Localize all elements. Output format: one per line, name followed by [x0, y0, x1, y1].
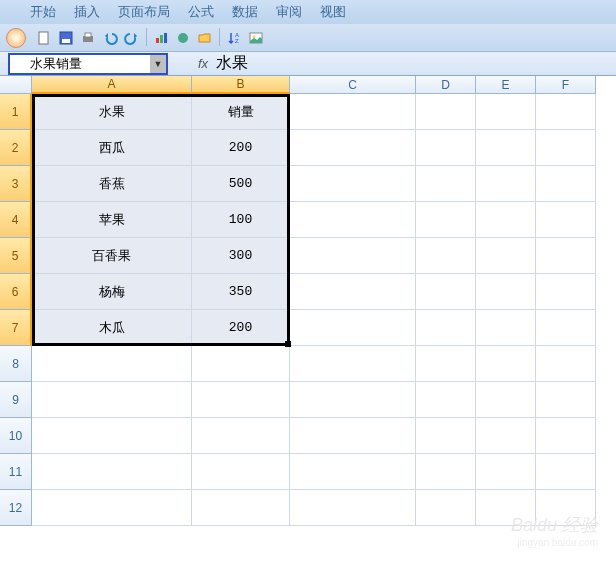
redo-icon[interactable]	[122, 28, 142, 48]
cell[interactable]	[290, 130, 416, 166]
column-header[interactable]: D	[416, 76, 476, 94]
cell[interactable]: 香蕉	[32, 166, 192, 202]
cell[interactable]	[476, 382, 536, 418]
print-icon[interactable]	[78, 28, 98, 48]
column-header[interactable]: F	[536, 76, 596, 94]
office-button[interactable]	[6, 28, 26, 48]
cell[interactable]	[192, 454, 290, 490]
cell[interactable]	[536, 202, 596, 238]
column-header[interactable]: B	[192, 76, 290, 94]
select-all-corner[interactable]	[0, 76, 32, 94]
cell[interactable]	[192, 382, 290, 418]
row-header[interactable]: 9	[0, 382, 32, 418]
cell[interactable]	[476, 490, 536, 526]
row-header[interactable]: 2	[0, 130, 32, 166]
chart-icon[interactable]	[151, 28, 171, 48]
cell[interactable]	[536, 310, 596, 346]
cell[interactable]	[290, 274, 416, 310]
ribbon-tab[interactable]: 视图	[320, 3, 346, 21]
cell[interactable]: 杨梅	[32, 274, 192, 310]
sort-icon[interactable]: AZ	[224, 28, 244, 48]
row-header[interactable]: 8	[0, 346, 32, 382]
cell[interactable]	[536, 274, 596, 310]
cell[interactable]	[536, 490, 596, 526]
row-header[interactable]: 10	[0, 418, 32, 454]
cell[interactable]	[290, 346, 416, 382]
cell[interactable]	[416, 310, 476, 346]
column-header[interactable]: C	[290, 76, 416, 94]
cell[interactable]	[476, 202, 536, 238]
cell[interactable]	[192, 490, 290, 526]
ribbon-tab[interactable]: 数据	[232, 3, 258, 21]
row-header[interactable]: 12	[0, 490, 32, 526]
row-header[interactable]: 4	[0, 202, 32, 238]
cell[interactable]	[536, 382, 596, 418]
ribbon-tab[interactable]: 页面布局	[118, 3, 170, 21]
cell[interactable]	[416, 94, 476, 130]
cell[interactable]	[416, 130, 476, 166]
cell[interactable]	[416, 490, 476, 526]
name-box[interactable]: 水果销量 ▼	[8, 53, 168, 75]
fx-button[interactable]: fx	[198, 56, 208, 71]
row-header[interactable]: 7	[0, 310, 32, 346]
cell[interactable]	[416, 418, 476, 454]
cell[interactable]: 苹果	[32, 202, 192, 238]
cell[interactable]	[536, 418, 596, 454]
cell[interactable]	[536, 346, 596, 382]
cell[interactable]	[192, 346, 290, 382]
save-icon[interactable]	[56, 28, 76, 48]
cells-area[interactable]: 水果销量西瓜200香蕉500苹果100百香果300杨梅350木瓜200	[32, 94, 596, 526]
cell[interactable]	[290, 166, 416, 202]
cell[interactable]	[32, 346, 192, 382]
cell[interactable]	[476, 166, 536, 202]
cell[interactable]	[476, 238, 536, 274]
row-header[interactable]: 6	[0, 274, 32, 310]
cell[interactable]	[536, 130, 596, 166]
undo-icon[interactable]	[100, 28, 120, 48]
cell[interactable]: 100	[192, 202, 290, 238]
cell[interactable]: 西瓜	[32, 130, 192, 166]
cell[interactable]	[192, 418, 290, 454]
cell[interactable]	[416, 166, 476, 202]
row-header[interactable]: 11	[0, 454, 32, 490]
column-header[interactable]: E	[476, 76, 536, 94]
cell[interactable]	[416, 274, 476, 310]
cell[interactable]: 百香果	[32, 238, 192, 274]
cell[interactable]	[416, 346, 476, 382]
cell[interactable]	[416, 454, 476, 490]
cell[interactable]: 200	[192, 130, 290, 166]
ribbon-tab[interactable]: 插入	[74, 3, 100, 21]
cell[interactable]	[476, 346, 536, 382]
cell[interactable]	[290, 310, 416, 346]
cell[interactable]	[476, 418, 536, 454]
name-box-dropdown[interactable]: ▼	[150, 55, 166, 73]
picture-icon[interactable]	[246, 28, 266, 48]
cell[interactable]	[290, 418, 416, 454]
cell[interactable]	[476, 274, 536, 310]
cell[interactable]	[476, 94, 536, 130]
cell[interactable]	[32, 418, 192, 454]
theme-icon[interactable]	[173, 28, 193, 48]
formula-input[interactable]: 水果	[216, 53, 248, 74]
cell[interactable]	[416, 238, 476, 274]
cell[interactable]: 300	[192, 238, 290, 274]
cell[interactable]	[32, 490, 192, 526]
cell[interactable]	[32, 382, 192, 418]
cell[interactable]	[416, 382, 476, 418]
cell[interactable]: 200	[192, 310, 290, 346]
cell[interactable]	[476, 310, 536, 346]
cell[interactable]	[290, 202, 416, 238]
cell[interactable]	[476, 130, 536, 166]
cell[interactable]	[290, 490, 416, 526]
cell[interactable]: 木瓜	[32, 310, 192, 346]
cell[interactable]	[290, 238, 416, 274]
cell[interactable]	[416, 202, 476, 238]
cell[interactable]: 500	[192, 166, 290, 202]
cell[interactable]	[536, 238, 596, 274]
cell[interactable]	[536, 166, 596, 202]
ribbon-tab[interactable]: 审阅	[276, 3, 302, 21]
cell[interactable]	[290, 454, 416, 490]
new-icon[interactable]	[34, 28, 54, 48]
cell[interactable]: 销量	[192, 94, 290, 130]
column-header[interactable]: A	[32, 76, 192, 94]
